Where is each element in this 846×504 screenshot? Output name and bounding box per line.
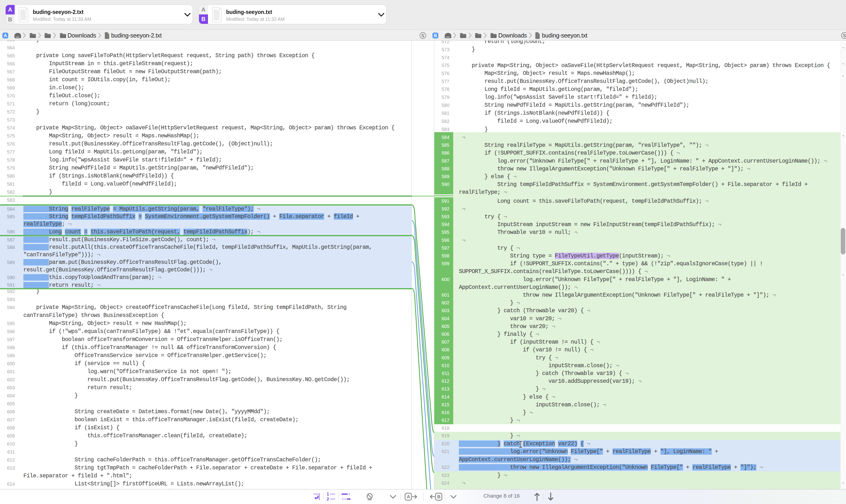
- svg-text:A: A: [407, 494, 410, 499]
- svg-text:2: 2: [327, 497, 329, 501]
- svg-text:1: 1: [327, 492, 329, 497]
- svg-text:B: B: [437, 494, 440, 499]
